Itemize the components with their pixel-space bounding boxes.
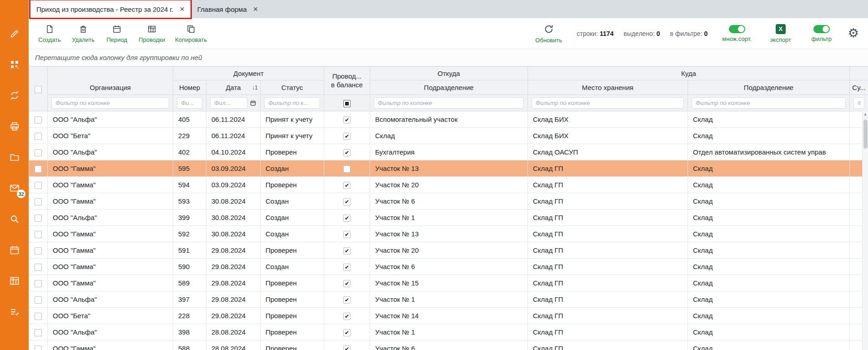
posted-checkbox[interactable]: ✔ xyxy=(343,296,351,304)
posted-checkbox[interactable]: ✔ xyxy=(343,116,351,124)
row-checkbox[interactable] xyxy=(35,280,42,287)
vertical-scrollbar[interactable]: ▲ xyxy=(862,111,868,350)
sidebar-item-mail[interactable]: 32 xyxy=(0,183,29,194)
table-row[interactable]: ООО "Гамма" 590 29.08.2024 Создан ✔ Учас… xyxy=(29,259,868,275)
column-header-number[interactable]: Номер xyxy=(173,80,206,95)
settings-gear-icon[interactable]: ⚙ xyxy=(848,27,859,40)
scrollbar-thumb[interactable] xyxy=(863,120,868,149)
cell-from-department: Участок № 1 xyxy=(370,291,528,308)
row-checkbox[interactable] xyxy=(35,149,42,156)
row-checkbox[interactable] xyxy=(35,345,42,350)
copy-button[interactable]: Копировать xyxy=(172,24,210,43)
sidebar-item-sync[interactable] xyxy=(0,90,29,101)
table-row[interactable]: ООО "Альфа" 397 29.08.2024 Проверен ✔ Уч… xyxy=(29,291,868,308)
filter-storage-place-input[interactable] xyxy=(532,97,684,109)
table-row[interactable]: ООО "Бета" 228 29.08.2024 Проверен ✔ Уча… xyxy=(29,308,868,324)
row-checkbox[interactable] xyxy=(35,116,42,124)
row-checkbox[interactable] xyxy=(35,329,42,336)
sidebar-item-registers[interactable] xyxy=(0,275,29,286)
sidebar-item-tasks[interactable] xyxy=(0,306,29,317)
column-header-sum[interactable]: Су... xyxy=(850,80,868,95)
filter-toggle-switch[interactable] xyxy=(813,25,830,33)
cell-status: Проверен xyxy=(261,242,324,259)
date-picker-button[interactable] xyxy=(250,100,256,106)
table-row[interactable]: ООО "Альфа" 405 06.11.2024 Принят к учет… xyxy=(29,111,868,128)
cell-from-department: Участок № 14 xyxy=(370,308,528,324)
posted-checkbox[interactable]: ✔ xyxy=(343,280,351,287)
sidebar-item-edit[interactable] xyxy=(0,28,29,39)
export-button[interactable]: X экспорт xyxy=(766,24,795,43)
posted-checkbox[interactable]: ✔ xyxy=(343,149,351,156)
cell-date: 04.10.2024 xyxy=(206,144,261,160)
column-header-from-department[interactable]: Подразделение xyxy=(370,80,528,95)
filter-number-input[interactable] xyxy=(177,97,202,109)
posted-checkbox[interactable]: ✔ xyxy=(343,215,351,222)
posted-checkbox[interactable]: ✔ xyxy=(343,345,351,350)
table-row[interactable]: ООО "Гамма" 591 29.08.2024 Проверен ✔ Уч… xyxy=(29,242,868,259)
filter-organization-input[interactable] xyxy=(51,97,169,109)
column-header-posted-in-balance[interactable]: Провод...в балансе xyxy=(324,67,370,95)
filter-from-department-input[interactable] xyxy=(374,97,524,109)
select-all-checkbox[interactable] xyxy=(35,86,42,93)
posted-checkbox[interactable]: ✔ xyxy=(343,133,351,140)
row-checkbox[interactable] xyxy=(35,215,42,222)
table-row[interactable]: ООО "Гамма" 589 29.08.2024 Проверен ✔ Уч… xyxy=(29,275,868,291)
row-checkbox[interactable] xyxy=(35,247,42,255)
tab-prihod-iz-proizvodstva[interactable]: Приход из производства - Реестр за 2024 … xyxy=(30,0,191,18)
filter-to-department-input[interactable] xyxy=(692,97,846,109)
multi-sort-toggle-switch[interactable] xyxy=(729,25,745,33)
table-row[interactable]: ООО "Гамма" 594 03.09.2024 Проверен ✔ Уч… xyxy=(29,177,868,193)
row-checkbox[interactable] xyxy=(35,165,42,173)
row-checkbox[interactable] xyxy=(35,133,42,140)
column-header-date[interactable]: Дата↓1 xyxy=(206,80,261,95)
multi-sort-toggle[interactable]: множ.сорт. xyxy=(719,25,754,42)
postings-button[interactable]: Проводки xyxy=(136,24,168,43)
table-row[interactable]: ООО "Альфа" 398 28.08.2024 Проверен ✔ Уч… xyxy=(29,324,868,340)
posted-checkbox[interactable]: ✔ xyxy=(343,247,351,255)
row-checkbox[interactable] xyxy=(35,313,42,320)
tab-close-icon[interactable]: × xyxy=(180,5,185,13)
refresh-button[interactable]: Обновить xyxy=(532,24,565,44)
filter-sum-input[interactable] xyxy=(853,97,864,109)
row-checkbox[interactable] xyxy=(35,264,42,271)
column-header-to-department[interactable]: Подразделение xyxy=(688,80,850,95)
tab-close-icon[interactable]: × xyxy=(253,5,258,13)
cell-storage-place: Склад ГП xyxy=(528,275,688,291)
table-row[interactable]: ООО "Гамма" 593 30.08.2024 Создан ✔ Учас… xyxy=(29,193,868,210)
sidebar-item-apps[interactable] xyxy=(0,59,29,70)
filter-toggle[interactable]: фильтр xyxy=(807,25,836,42)
scroll-up-icon[interactable]: ▲ xyxy=(863,111,867,116)
row-checkbox[interactable] xyxy=(35,231,42,238)
row-checkbox[interactable] xyxy=(35,182,42,189)
posted-checkbox[interactable]: ✔ xyxy=(343,329,351,336)
table-row[interactable]: ООО "Альфа" 402 04.10.2024 Проверен ✔ Бу… xyxy=(29,144,868,160)
sidebar-item-documents[interactable] xyxy=(0,152,29,163)
delete-button[interactable]: Удалить xyxy=(69,24,98,43)
posted-filter-checkbox[interactable] xyxy=(343,100,351,107)
row-checkbox[interactable] xyxy=(35,198,42,205)
row-checkbox[interactable] xyxy=(35,296,42,304)
table-row[interactable]: ООО "Гамма" 588 28.08.2024 Проверен ✔ Уч… xyxy=(29,340,868,350)
filter-date-input[interactable] xyxy=(210,97,247,109)
tab-glavnaya-forma[interactable]: Главная форма × xyxy=(191,0,264,18)
posted-checkbox[interactable]: ✔ xyxy=(343,231,351,238)
posted-checkbox[interactable]: ✔ xyxy=(343,264,351,271)
filter-status-input[interactable] xyxy=(264,97,320,109)
column-header-status[interactable]: Статус xyxy=(261,80,324,95)
table-row[interactable]: ООО "Гамма" 595 03.09.2024 Создан Участо… xyxy=(29,160,868,177)
posted-checkbox[interactable] xyxy=(343,165,351,173)
sidebar-item-calendar[interactable] xyxy=(0,245,29,255)
column-header-storage-place[interactable]: Место хранения xyxy=(528,80,688,95)
table-row[interactable]: ООО "Альфа" 399 30.08.2024 Создан ✔ Учас… xyxy=(29,210,868,226)
posted-checkbox[interactable]: ✔ xyxy=(343,313,351,320)
table-row[interactable]: ООО "Бета" 229 06.11.2024 Принят к учету… xyxy=(29,128,868,144)
sidebar-item-print[interactable] xyxy=(0,121,29,132)
period-button[interactable]: Период xyxy=(102,24,131,43)
group-by-bar[interactable]: Перетащите сюда колонку для группировки … xyxy=(29,49,868,66)
posted-checkbox[interactable]: ✔ xyxy=(343,198,351,205)
column-header-organization[interactable]: Организация xyxy=(48,67,173,95)
table-row[interactable]: ООО "Гамма" 592 30.08.2024 Создан ✔ Учас… xyxy=(29,226,868,242)
create-button[interactable]: Создать xyxy=(35,24,64,43)
sidebar-item-search[interactable] xyxy=(0,214,29,225)
posted-checkbox[interactable]: ✔ xyxy=(343,182,351,189)
